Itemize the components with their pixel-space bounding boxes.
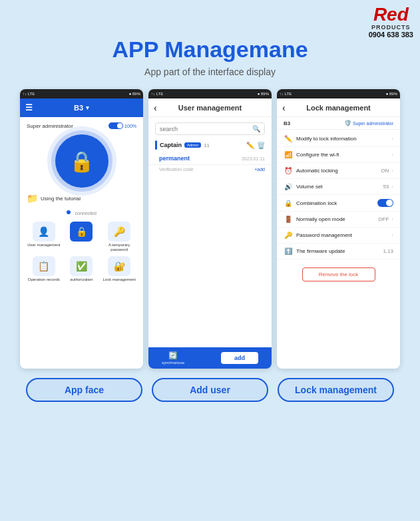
s3-item-pwd-left: 🔑 Password management (284, 232, 352, 239)
lock-mgmt-icon: 🔐 (108, 256, 130, 276)
s2-back-icon[interactable]: ‹ (154, 102, 157, 113)
s1-menu-icon[interactable]: ☰ (25, 103, 33, 112)
volume-chevron: › (391, 184, 393, 190)
s3-volume-right: 53 › (383, 184, 393, 190)
labels-row: App face Add user Lock management (0, 378, 420, 402)
s2-user-row[interactable]: permanent 2023.01.11 (148, 152, 272, 165)
s1-lock-circle[interactable]: 🔒 (55, 134, 108, 188)
screen-add-user: ↑↓ LTE ● 89% ‹ User management 🔍 Captain… (148, 89, 272, 369)
grid-label-operation: Operation records (28, 277, 60, 282)
s3-item-password-mgmt[interactable]: 🔑 Password management › (277, 228, 400, 244)
auto-lock-label: Automatic locking (296, 168, 338, 174)
grid-item-user-management[interactable]: 👤 User management (27, 222, 61, 252)
s2-delete-icon[interactable]: 🗑️ (257, 142, 265, 149)
wifi-chevron: › (391, 152, 393, 158)
lock-active-icon: 🔒 (70, 222, 93, 242)
volume-label: Volume set (296, 184, 323, 190)
s1-grid-bottom: 📋 Operation records ✅ authorization 🔐 Lo… (27, 256, 136, 282)
firmware-version: 1.13 (383, 248, 393, 254)
s2-actions: ✏️ 🗑️ (246, 142, 265, 149)
s1-admin-label: Super administrator (27, 123, 73, 129)
s3-item-wifi[interactable]: 📶 Configure the wi-fi › (277, 147, 400, 163)
label-lock-management-text: Lock management (295, 385, 377, 395)
auth-icon: ✅ (70, 256, 93, 276)
grid-item-auth[interactable]: ✅ authorization (65, 256, 99, 282)
s3-menu-list: ✏️ Modify to lock information › 📶 Config… (277, 130, 400, 261)
s2-edit-icon[interactable]: ✏️ (246, 142, 254, 149)
s2-status-right: ● 89% (258, 92, 269, 96)
grid-label-lock-mgmt: Lock management (103, 277, 135, 282)
s2-user-count: 11 (204, 142, 210, 148)
s2-username: permanent (159, 155, 190, 162)
logo-phone-text: 0904 638 383 (369, 31, 413, 39)
s2-status-left: ↑↓ LTE (151, 92, 163, 96)
grid-label-user: User management (27, 243, 60, 248)
s3-superadmin-badge: 🛡️ Super administrator (344, 120, 393, 126)
s2-search-bar[interactable]: 🔍 (155, 122, 265, 135)
open-mode-value: OFF (378, 216, 389, 222)
s1-toggle-label: 100% (124, 124, 136, 128)
s1-nav-bar: ☰ B3 ▾ (20, 98, 143, 117)
label-add-user-text: Add user (190, 385, 230, 395)
grid-item-operation[interactable]: 📋 Operation records (27, 256, 61, 282)
s1-status-bar: ↑↓ LTE ● 89% (20, 89, 143, 98)
s2-search-icon: 🔍 (252, 125, 260, 132)
s3-status-bar: ↑↓ LTE ● 89% (277, 89, 400, 98)
grid-item-lock-mgmt[interactable]: 🔐 Lock management (102, 256, 136, 282)
combo-toggle[interactable] (377, 199, 393, 207)
firmware-icon: ⬆️ (284, 248, 293, 255)
folder-icon: 📁 (27, 193, 38, 204)
s2-admin-badge: Admin (184, 142, 201, 148)
s3-item-wifi-left: 📶 Configure the wi-fi (284, 151, 339, 158)
s2-add-button[interactable]: add (221, 352, 258, 364)
s3-item-firmware[interactable]: ⬆️ The firmware update 1.13 (277, 244, 400, 260)
label-app-face: App face (26, 378, 142, 402)
volume-icon: 🔊 (284, 183, 293, 190)
s3-item-open-mode[interactable]: 🚪 Normally open mode OFF › (277, 212, 400, 228)
s1-connected-label: connected (75, 211, 97, 216)
s3-remove-lock-button[interactable]: Remove the lock (302, 267, 375, 281)
auto-lock-value: ON (381, 168, 389, 174)
password-mgmt-label: Password management (296, 232, 352, 238)
s3-item-combination[interactable]: 🔒 Combination lock (277, 195, 400, 212)
wifi-label: Configure the wi-fi (296, 152, 339, 158)
s2-section-header: Captain Admin 11 ✏️ 🗑️ (148, 140, 272, 150)
temp-password-icon: 🔑 (108, 222, 130, 242)
volume-value: 53 (383, 184, 389, 190)
s2-status-bar: ↑↓ LTE ● 89% (148, 89, 272, 98)
s3-item-modify[interactable]: ✏️ Modify to lock information › (277, 131, 400, 147)
label-add-user: Add user (152, 378, 268, 402)
s3-item-modify-left: ✏️ Modify to lock information (284, 135, 357, 142)
firmware-label: The firmware update (296, 248, 345, 254)
s2-verify-value[interactable]: +add (254, 167, 265, 172)
s2-search-input[interactable] (160, 126, 252, 132)
s2-verify-label: Verification code (159, 167, 193, 172)
grid-item-lock-active[interactable]: 🔒 (65, 222, 99, 252)
s2-nav-bar: ‹ User management (148, 98, 272, 117)
s3-back-icon[interactable]: ‹ (282, 102, 286, 113)
s3-item-autolocking[interactable]: ⏰ Automatic locking ON › (277, 163, 400, 179)
s2-sync-label: synchronous (162, 361, 184, 365)
s2-captain-label: Captain (160, 142, 182, 148)
s3-subheader: B3 🛡️ Super administrator (277, 117, 400, 130)
password-mgmt-icon: 🔑 (284, 232, 293, 239)
s2-verify-row: Verification code +add (148, 165, 272, 174)
modify-icon: ✏️ (284, 135, 293, 142)
label-app-face-text: App face (65, 385, 104, 395)
page-title: APP Managemane (0, 0, 420, 63)
page-subtitle: App part of the interface display (0, 67, 420, 77)
s3-status-right: ● 89% (386, 92, 397, 96)
s1-admin-row: Super administrator 100% (27, 122, 136, 129)
s3-item-volume[interactable]: 🔊 Volume set 53 › (277, 179, 400, 195)
s3-device-name: B3 (284, 120, 290, 126)
user-management-icon: 👤 (33, 222, 55, 242)
s1-toggle-pill[interactable] (108, 122, 123, 129)
s2-footer: 🔄 synchronous add (148, 347, 272, 369)
s2-blue-bar (155, 140, 157, 150)
shield-icon: 🛡️ (344, 120, 351, 126)
auto-lock-icon: ⏰ (284, 167, 293, 174)
grid-item-temp-password[interactable]: 🔑 A temporary password (102, 222, 136, 252)
logo-red-text: Red (369, 5, 413, 24)
s2-sync-button[interactable]: 🔄 synchronous (162, 351, 184, 365)
screens-container: ↑↓ LTE ● 89% ☰ B3 ▾ Super administrator … (0, 89, 420, 369)
